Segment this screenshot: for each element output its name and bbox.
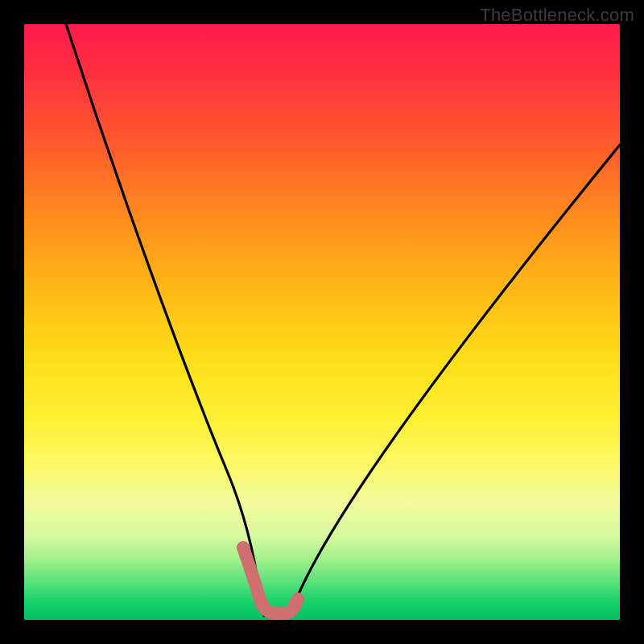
curve-right [290,145,620,616]
watermark-text: TheBottleneck.com [480,5,634,26]
chart-frame: TheBottleneck.com [0,0,644,644]
plot-area [24,24,620,620]
floor-marker [243,547,298,613]
curve-left [66,24,264,616]
curves-layer [24,24,620,620]
